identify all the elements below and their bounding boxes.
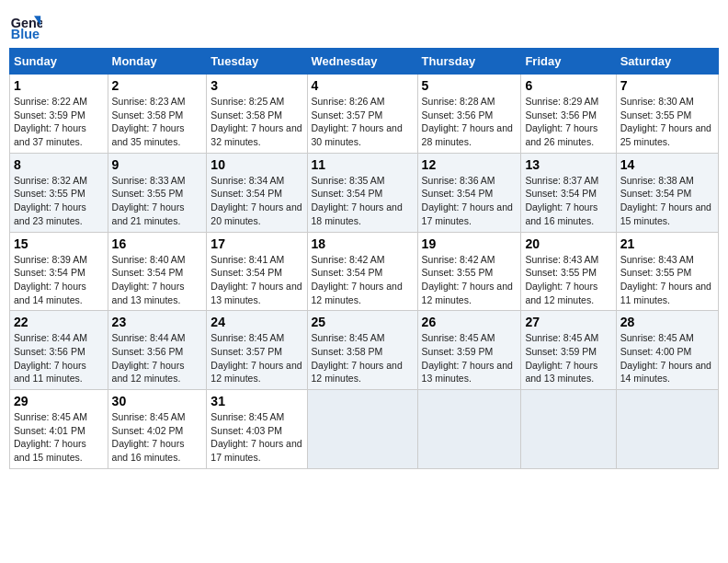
week-row-1: 1Sunrise: 8:22 AMSunset: 3:59 PMDaylight… — [10, 75, 719, 154]
day-info: Sunrise: 8:33 AMSunset: 3:55 PMDaylight:… — [112, 174, 203, 228]
day-info: Sunrise: 8:26 AMSunset: 3:57 PMDaylight:… — [312, 95, 414, 149]
day-cell: 19Sunrise: 8:42 AMSunset: 3:55 PMDayligh… — [417, 232, 521, 311]
day-cell: 16Sunrise: 8:40 AMSunset: 3:54 PMDayligh… — [108, 232, 207, 311]
day-cell: 28Sunrise: 8:45 AMSunset: 4:00 PMDayligh… — [616, 311, 718, 390]
day-info: Sunrise: 8:36 AMSunset: 3:54 PMDaylight:… — [422, 174, 518, 228]
day-cell: 20Sunrise: 8:43 AMSunset: 3:55 PMDayligh… — [521, 232, 616, 311]
day-info: Sunrise: 8:43 AMSunset: 3:55 PMDaylight:… — [620, 253, 714, 307]
day-cell: 27Sunrise: 8:45 AMSunset: 3:59 PMDayligh… — [521, 311, 616, 390]
day-number: 14 — [620, 157, 714, 172]
day-info: Sunrise: 8:45 AMSunset: 4:01 PMDaylight:… — [14, 410, 104, 465]
day-info: Sunrise: 8:45 AMSunset: 4:02 PMDaylight:… — [112, 410, 203, 465]
day-number: 1 — [14, 78, 104, 93]
page-header: General Blue — [9, 9, 719, 42]
day-cell: 23Sunrise: 8:44 AMSunset: 3:56 PMDayligh… — [108, 311, 207, 390]
day-number: 13 — [525, 157, 611, 172]
day-cell: 14Sunrise: 8:38 AMSunset: 3:54 PMDayligh… — [616, 153, 718, 232]
day-info: Sunrise: 8:32 AMSunset: 3:55 PMDaylight:… — [14, 174, 104, 228]
day-info: Sunrise: 8:45 AMSunset: 3:59 PMDaylight:… — [422, 331, 518, 385]
day-cell — [616, 390, 718, 469]
day-info: Sunrise: 8:39 AMSunset: 3:54 PMDaylight:… — [14, 253, 104, 307]
day-number: 24 — [210, 315, 302, 329]
day-number: 18 — [312, 236, 414, 251]
day-info: Sunrise: 8:37 AMSunset: 3:54 PMDaylight:… — [525, 174, 611, 228]
logo: General Blue — [9, 9, 42, 42]
day-number: 8 — [14, 157, 104, 172]
day-cell: 3Sunrise: 8:25 AMSunset: 3:58 PMDaylight… — [207, 75, 307, 154]
day-number: 17 — [210, 236, 302, 251]
day-cell: 15Sunrise: 8:39 AMSunset: 3:54 PMDayligh… — [10, 232, 108, 311]
header-wednesday: Wednesday — [307, 49, 417, 75]
day-info: Sunrise: 8:34 AMSunset: 3:54 PMDaylight:… — [210, 174, 302, 228]
day-info: Sunrise: 8:45 AMSunset: 3:57 PMDaylight:… — [210, 331, 302, 385]
day-cell: 10Sunrise: 8:34 AMSunset: 3:54 PMDayligh… — [207, 153, 307, 232]
day-number: 29 — [14, 394, 104, 408]
day-cell: 6Sunrise: 8:29 AMSunset: 3:56 PMDaylight… — [521, 75, 616, 154]
day-info: Sunrise: 8:22 AMSunset: 3:59 PMDaylight:… — [14, 95, 104, 149]
day-cell: 22Sunrise: 8:44 AMSunset: 3:56 PMDayligh… — [10, 311, 108, 390]
day-number: 10 — [210, 157, 302, 172]
day-info: Sunrise: 8:23 AMSunset: 3:58 PMDaylight:… — [112, 95, 203, 149]
day-number: 12 — [422, 157, 518, 172]
day-cell: 5Sunrise: 8:28 AMSunset: 3:56 PMDaylight… — [417, 75, 521, 154]
week-row-3: 15Sunrise: 8:39 AMSunset: 3:54 PMDayligh… — [10, 232, 719, 311]
svg-text:Blue: Blue — [11, 27, 40, 41]
day-cell: 25Sunrise: 8:45 AMSunset: 3:58 PMDayligh… — [307, 311, 417, 390]
header-friday: Friday — [521, 49, 616, 75]
day-info: Sunrise: 8:43 AMSunset: 3:55 PMDaylight:… — [525, 253, 611, 307]
calendar-table: SundayMondayTuesdayWednesdayThursdayFrid… — [9, 48, 719, 469]
day-info: Sunrise: 8:38 AMSunset: 3:54 PMDaylight:… — [620, 174, 714, 228]
day-info: Sunrise: 8:45 AMSunset: 3:58 PMDaylight:… — [312, 331, 414, 385]
day-number: 15 — [14, 236, 104, 251]
day-number: 31 — [210, 394, 302, 408]
day-info: Sunrise: 8:44 AMSunset: 3:56 PMDaylight:… — [14, 331, 104, 385]
day-info: Sunrise: 8:30 AMSunset: 3:55 PMDaylight:… — [620, 95, 714, 149]
day-cell: 21Sunrise: 8:43 AMSunset: 3:55 PMDayligh… — [616, 232, 718, 311]
day-number: 2 — [112, 78, 203, 93]
day-cell: 31Sunrise: 8:45 AMSunset: 4:03 PMDayligh… — [207, 390, 307, 469]
header-thursday: Thursday — [417, 49, 521, 75]
logo-icon: General Blue — [9, 9, 42, 42]
header-monday: Monday — [108, 49, 207, 75]
day-number: 4 — [312, 78, 414, 93]
week-row-2: 8Sunrise: 8:32 AMSunset: 3:55 PMDaylight… — [10, 153, 719, 232]
day-number: 22 — [14, 315, 104, 329]
day-cell — [417, 390, 521, 469]
day-info: Sunrise: 8:28 AMSunset: 3:56 PMDaylight:… — [422, 95, 518, 149]
day-info: Sunrise: 8:45 AMSunset: 4:03 PMDaylight:… — [210, 410, 302, 465]
header-saturday: Saturday — [616, 49, 718, 75]
day-number: 16 — [112, 236, 203, 251]
day-cell: 2Sunrise: 8:23 AMSunset: 3:58 PMDaylight… — [108, 75, 207, 154]
day-cell: 24Sunrise: 8:45 AMSunset: 3:57 PMDayligh… — [207, 311, 307, 390]
day-info: Sunrise: 8:41 AMSunset: 3:54 PMDaylight:… — [210, 253, 302, 307]
day-number: 19 — [422, 236, 518, 251]
day-number: 9 — [112, 157, 203, 172]
day-number: 28 — [620, 315, 714, 329]
week-row-4: 22Sunrise: 8:44 AMSunset: 3:56 PMDayligh… — [10, 311, 719, 390]
day-cell: 18Sunrise: 8:42 AMSunset: 3:54 PMDayligh… — [307, 232, 417, 311]
calendar-header-row: SundayMondayTuesdayWednesdayThursdayFrid… — [10, 49, 719, 75]
day-info: Sunrise: 8:42 AMSunset: 3:54 PMDaylight:… — [312, 253, 414, 307]
day-number: 7 — [620, 78, 714, 93]
day-cell: 29Sunrise: 8:45 AMSunset: 4:01 PMDayligh… — [10, 390, 108, 469]
day-number: 25 — [312, 315, 414, 329]
day-number: 6 — [525, 78, 611, 93]
week-row-5: 29Sunrise: 8:45 AMSunset: 4:01 PMDayligh… — [10, 390, 719, 469]
day-number: 3 — [210, 78, 302, 93]
day-number: 30 — [112, 394, 203, 408]
day-info: Sunrise: 8:35 AMSunset: 3:54 PMDaylight:… — [312, 174, 414, 228]
header-tuesday: Tuesday — [207, 49, 307, 75]
day-number: 21 — [620, 236, 714, 251]
day-cell: 7Sunrise: 8:30 AMSunset: 3:55 PMDaylight… — [616, 75, 718, 154]
day-cell — [521, 390, 616, 469]
day-cell: 8Sunrise: 8:32 AMSunset: 3:55 PMDaylight… — [10, 153, 108, 232]
day-number: 5 — [422, 78, 518, 93]
day-info: Sunrise: 8:29 AMSunset: 3:56 PMDaylight:… — [525, 95, 611, 149]
day-cell: 30Sunrise: 8:45 AMSunset: 4:02 PMDayligh… — [108, 390, 207, 469]
day-info: Sunrise: 8:45 AMSunset: 3:59 PMDaylight:… — [525, 331, 611, 385]
day-number: 27 — [525, 315, 611, 329]
day-number: 26 — [422, 315, 518, 329]
day-cell: 9Sunrise: 8:33 AMSunset: 3:55 PMDaylight… — [108, 153, 207, 232]
day-info: Sunrise: 8:44 AMSunset: 3:56 PMDaylight:… — [112, 331, 203, 385]
day-number: 11 — [312, 157, 414, 172]
